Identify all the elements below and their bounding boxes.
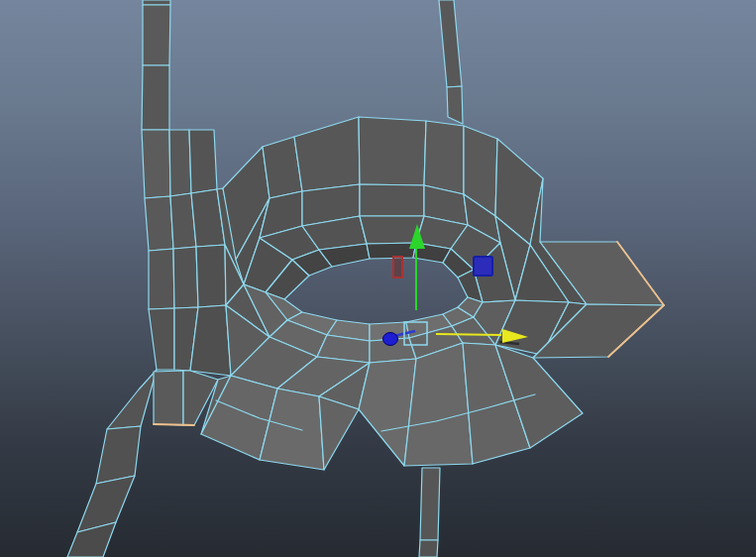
mesh-face-block-r1c3[interactable] [189, 130, 217, 193]
mesh-face-strip-tr-2[interactable] [447, 86, 463, 124]
mesh-face-strip-b-1[interactable] [420, 468, 440, 540]
mesh-face-lid-top-m4[interactable] [360, 184, 424, 216]
manipulator-plane-handle-blue[interactable] [474, 257, 492, 276]
mesh-face-block-r3c2[interactable] [173, 247, 198, 308]
mesh-face-bevel-4[interactable] [367, 243, 416, 259]
mesh-face-block-r1c1[interactable] [142, 130, 170, 198]
z-axis-ball-icon[interactable] [383, 333, 398, 346]
manipulator-plane-handle-red[interactable] [393, 257, 402, 278]
mesh-face-flap-sm-1[interactable] [154, 371, 183, 425]
mesh-face-block-r3c3[interactable] [196, 245, 226, 307]
mesh-face-lid-top-o5[interactable] [424, 121, 464, 194]
mesh-face-block-r1c2[interactable] [169, 130, 191, 196]
mesh-face-strip-tl-1[interactable] [143, 0, 170, 5]
mesh-face-strip-tl-2[interactable] [143, 5, 170, 65]
mesh-face-block-r2c1[interactable] [145, 196, 173, 251]
border-edge[interactable] [154, 424, 194, 425]
mesh-face-strip-tl-3[interactable] [142, 65, 169, 130]
mesh-face-block-r3c1[interactable] [149, 249, 174, 309]
mesh-face-lid-top-o4[interactable] [359, 117, 426, 185]
viewport-canvas[interactable] [0, 0, 756, 557]
viewport-3d[interactable] [0, 0, 756, 557]
x-axis-shaft[interactable] [436, 334, 501, 335]
mesh-face-strip-b-2[interactable] [419, 540, 438, 557]
